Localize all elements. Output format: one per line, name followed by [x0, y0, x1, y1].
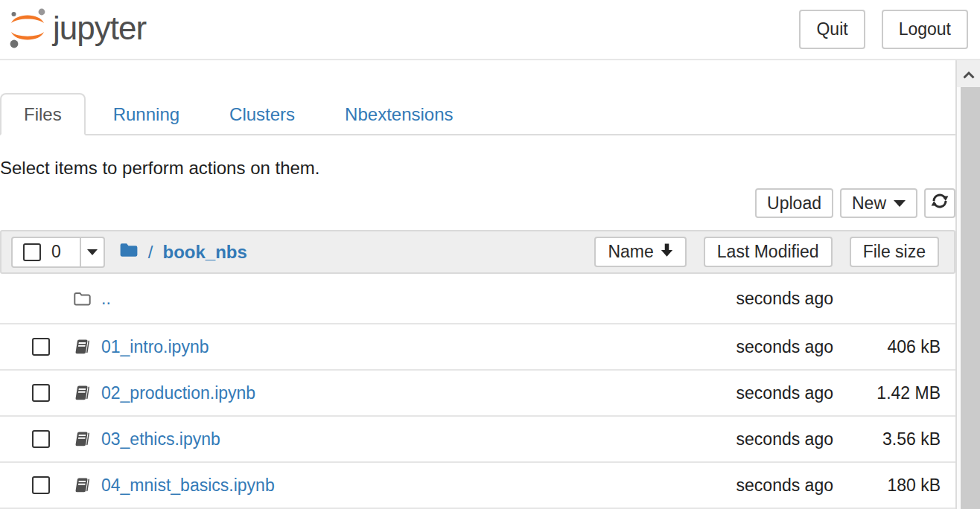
file-modified: seconds ago — [707, 476, 833, 496]
row-checkbox[interactable] — [32, 338, 50, 356]
jupyter-logo[interactable]: jupyter — [6, 4, 146, 55]
file-size: 1.42 MB — [833, 383, 941, 403]
select-all-checkbox[interactable] — [23, 243, 41, 261]
select-filter-dropdown-button[interactable] — [81, 237, 105, 268]
file-size: 406 kB — [833, 337, 941, 357]
sort-name-button[interactable]: Name — [594, 237, 686, 267]
sort-buttons: Name Last Modified File size — [594, 237, 939, 267]
breadcrumb-root-link[interactable]: / — [148, 242, 153, 263]
scrollbar-thumb[interactable] — [961, 87, 980, 509]
select-all-button[interactable]: 0 — [11, 237, 81, 268]
tab-running[interactable]: Running — [91, 95, 202, 134]
app-header: jupyter Quit Logout — [0, 0, 980, 60]
notebook-icon — [73, 384, 92, 402]
breadcrumb-current-folder[interactable]: book_nbs — [162, 242, 246, 263]
sort-modified-button[interactable]: Last Modified — [704, 237, 833, 267]
notebook-icon — [73, 430, 92, 448]
logout-button[interactable]: Logout — [882, 10, 968, 49]
new-dropdown-button[interactable]: New — [840, 188, 917, 218]
caret-down-icon — [894, 200, 906, 207]
main-content: Files Running Clusters Nbextensions Sele… — [0, 60, 955, 509]
folder-icon — [119, 242, 139, 263]
notebook-icon — [73, 338, 92, 356]
row-checkbox[interactable] — [32, 430, 50, 448]
action-row: Upload New — [0, 188, 955, 218]
refresh-button[interactable] — [924, 188, 955, 218]
jupyter-file-browser: jupyter Quit Logout Files Running Cluste… — [0, 0, 980, 509]
notebook-icon — [73, 476, 92, 494]
file-link[interactable]: 03_ethics.ipynb — [101, 429, 220, 449]
row-checkbox[interactable] — [32, 384, 50, 402]
file-row: 01_intro.ipynb seconds ago 406 kB — [0, 324, 955, 371]
select-items-notice: Select items to perform actions on them. — [0, 158, 955, 179]
file-modified: seconds ago — [707, 429, 833, 449]
selected-count: 0 — [51, 242, 61, 262]
file-link[interactable]: 02_production.ipynb — [101, 383, 255, 403]
scroll-up-button[interactable] — [957, 60, 980, 87]
list-header: 0 / book_nbs — [0, 230, 955, 274]
row-checkbox[interactable] — [32, 476, 50, 494]
quit-button[interactable]: Quit — [799, 10, 865, 49]
jupyter-logo-text: jupyter — [53, 10, 146, 47]
breadcrumb: / book_nbs — [119, 242, 247, 263]
tab-clusters[interactable]: Clusters — [207, 95, 317, 134]
file-link[interactable]: 04_mnist_basics.ipynb — [101, 476, 275, 496]
scroll-area: Files Running Clusters Nbextensions Sele… — [0, 60, 980, 509]
file-row: 03_ethics.ipynb seconds ago 3.56 kB — [0, 417, 955, 463]
sort-size-button[interactable]: File size — [850, 237, 939, 267]
file-modified: seconds ago — [707, 337, 833, 357]
tab-bar: Files Running Clusters Nbextensions — [0, 93, 955, 135]
sort-name-label: Name — [608, 242, 653, 262]
caret-down-icon — [87, 249, 98, 255]
file-row: 04_mnist_basics.ipynb seconds ago 180 kB — [0, 463, 955, 509]
tab-nbextensions[interactable]: Nbextensions — [322, 95, 475, 134]
file-link[interactable]: .. — [101, 289, 111, 309]
tab-files[interactable]: Files — [0, 93, 86, 135]
refresh-icon — [931, 192, 949, 214]
file-row: 02_production.ipynb seconds ago 1.42 MB — [0, 371, 955, 417]
file-link[interactable]: 01_intro.ipynb — [101, 337, 209, 357]
new-button-label: New — [852, 193, 886, 214]
arrow-down-icon — [661, 242, 673, 262]
file-row-parent-dir: .. seconds ago — [0, 274, 955, 324]
chevron-up-icon — [962, 64, 976, 84]
file-size: 3.56 kB — [833, 429, 941, 449]
file-size: 180 kB — [833, 476, 941, 496]
vertical-scrollbar[interactable] — [955, 60, 980, 509]
file-modified: seconds ago — [707, 289, 833, 309]
selection-button-group: 0 — [11, 237, 105, 268]
header-buttons: Quit Logout — [799, 10, 968, 49]
file-list: .. seconds ago — [0, 274, 955, 509]
file-modified: seconds ago — [707, 383, 833, 403]
folder-open-icon — [73, 291, 92, 307]
upload-button[interactable]: Upload — [755, 188, 833, 218]
jupyter-logo-icon — [6, 4, 49, 55]
